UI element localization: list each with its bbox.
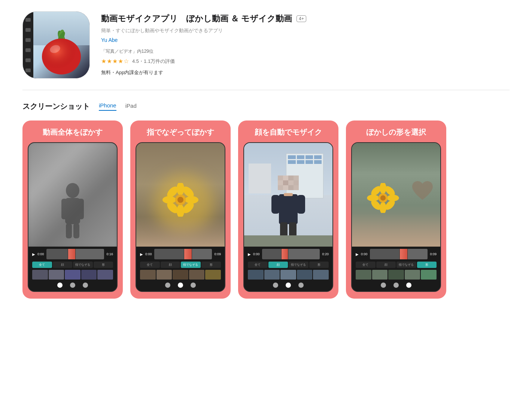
- phone-screen-2: [136, 143, 225, 247]
- phone-mockup-2: ▶ 0:00 0:09 全て 顔 指でなぞる: [136, 142, 225, 292]
- slider-dot: [191, 283, 196, 288]
- track-segment: [262, 249, 281, 259]
- timeline-track[interactable]: [262, 249, 320, 259]
- filter-tabs-2: 全て 顔 指でなぞる 形: [140, 262, 221, 268]
- thumb: [313, 270, 329, 280]
- app-developer[interactable]: Yu Abe: [101, 37, 510, 43]
- phone-mockup-1: ▶ 0:00 0:16 全て 顔 指でなぞる: [28, 142, 118, 292]
- app-subtitle: 簡単・すぐにぼかし動画やモザイク動画ができるアプリ: [101, 27, 510, 34]
- track-highlight: [282, 249, 288, 259]
- thumb: [297, 270, 313, 280]
- screenshot-label-4: ぼかしの形を選択: [351, 127, 441, 137]
- filter-tab-trace[interactable]: 指でなぞる: [396, 262, 416, 268]
- time-end: 0:09: [430, 252, 437, 256]
- timeline-bar: ▶ 0:00 0:20: [248, 249, 329, 259]
- filter-tab-trace[interactable]: 指でなぞる: [289, 262, 308, 268]
- time-end: 0:16: [106, 252, 113, 256]
- slider-dot-active: [57, 283, 63, 288]
- rating-value: 4.5・1.1万件の評価: [132, 58, 175, 65]
- slider-row: [32, 281, 113, 289]
- thumb: [173, 270, 188, 280]
- flower-svg-2: [366, 183, 400, 213]
- time-start: 0:00: [361, 252, 368, 256]
- slider-dot: [298, 283, 304, 288]
- filter-tab-all[interactable]: 全て: [356, 262, 376, 268]
- filter-tab-shape[interactable]: 形: [309, 262, 329, 268]
- filter-tab-shape[interactable]: 形: [201, 262, 221, 268]
- screenshots-section: スクリーンショット iPhone iPad 動画全体をぼかす: [22, 101, 510, 299]
- phone-controls-1: ▶ 0:00 0:16 全て 顔 指でなぞる: [28, 247, 117, 291]
- rating-stars: ★★★★☆: [101, 58, 129, 65]
- filter-tab-shape[interactable]: 形: [94, 262, 113, 268]
- thumbnail-row: [32, 270, 113, 280]
- svg-rect-36: [294, 180, 299, 185]
- building-left: [249, 164, 271, 193]
- filter-tabs-4: 全て 顔 指でなぞる 形: [356, 262, 437, 268]
- timeline-track[interactable]: [154, 249, 212, 259]
- screenshot-label-3: 顔を自動でモザイク: [243, 127, 333, 137]
- track-segment: [46, 249, 68, 259]
- time-end: 0:20: [322, 252, 329, 256]
- svg-rect-11: [73, 223, 79, 238]
- thumb: [97, 270, 113, 280]
- play-icon: ▶: [356, 252, 359, 256]
- screenshot-label-2: 指でなぞってぼかす: [136, 127, 225, 137]
- film-hole: [25, 48, 31, 52]
- thumb: [388, 270, 404, 280]
- slider-dot-active: [178, 283, 183, 288]
- slider-dot: [393, 283, 399, 288]
- filter-tab-shape[interactable]: 形: [417, 262, 437, 268]
- slider-dot-active: [406, 283, 411, 288]
- svg-rect-29: [278, 176, 283, 180]
- filter-tab-face[interactable]: 顔: [268, 262, 288, 268]
- thumbnail-row: [140, 270, 221, 280]
- svg-rect-41: [284, 193, 293, 196]
- filter-tab-all[interactable]: 全て: [140, 262, 160, 268]
- phone-mockup-4: ▶ 0:00 0:09 全て 顔 指でなぞる: [351, 142, 441, 292]
- filter-tab-face[interactable]: 顔: [161, 262, 180, 268]
- windows: [286, 154, 323, 165]
- thumb: [205, 270, 221, 280]
- svg-rect-38: [283, 185, 288, 190]
- timeline-track[interactable]: [46, 249, 104, 259]
- tab-iphone[interactable]: iPhone: [99, 102, 116, 111]
- ground: [244, 235, 332, 247]
- svg-rect-37: [278, 185, 283, 190]
- street-scene: [244, 143, 332, 247]
- time-start: 0:00: [253, 252, 260, 256]
- svg-rect-31: [288, 176, 294, 180]
- svg-rect-33: [278, 180, 283, 185]
- screenshot-card-3: 顔を自動でモザイク: [238, 120, 338, 299]
- phone-controls-3: ▶ 0:00 0:20 全て 顔 指でなぞる: [244, 247, 332, 291]
- timeline-track[interactable]: [370, 249, 428, 259]
- svg-rect-32: [294, 176, 299, 180]
- time-start: 0:00: [145, 252, 152, 256]
- thumb: [189, 270, 205, 280]
- screenshots-header: スクリーンショット iPhone iPad: [22, 101, 510, 112]
- filter-tab-face[interactable]: 顔: [376, 262, 396, 268]
- thumb: [65, 270, 80, 280]
- filter-tab-trace[interactable]: 指でなぞる: [73, 262, 93, 268]
- track-segment: [370, 249, 400, 259]
- filter-tab-trace[interactable]: 指でなぞる: [181, 262, 201, 268]
- svg-rect-27: [289, 222, 297, 237]
- track-highlight: [68, 249, 75, 259]
- film-hole: [25, 68, 31, 72]
- track-segment: [154, 249, 184, 259]
- page-container: 動画モザイクアプリ ぼかし動画 ＆ モザイク動画 4+ 簡単・すぐにぼかし動画や…: [0, 0, 532, 310]
- filter-tab-all[interactable]: 全て: [32, 262, 52, 268]
- screenshot-card-1: 動画全体をぼかす: [22, 120, 123, 299]
- film-hole: [25, 58, 31, 62]
- thumb: [421, 270, 437, 280]
- phone-controls-4: ▶ 0:00 0:09 全て 顔 指でなぞる: [352, 247, 440, 291]
- time-end: 0:09: [214, 252, 221, 256]
- thumb: [405, 270, 420, 280]
- app-price: 無料・App内課金が有ります: [101, 69, 510, 76]
- filter-tab-all[interactable]: 全て: [248, 262, 268, 268]
- svg-rect-10: [66, 223, 72, 238]
- filter-tab-face[interactable]: 顔: [53, 262, 73, 268]
- tab-ipad[interactable]: iPad: [125, 103, 137, 110]
- svg-rect-26: [280, 222, 288, 237]
- svg-rect-23: [279, 194, 298, 224]
- film-hole: [25, 18, 31, 22]
